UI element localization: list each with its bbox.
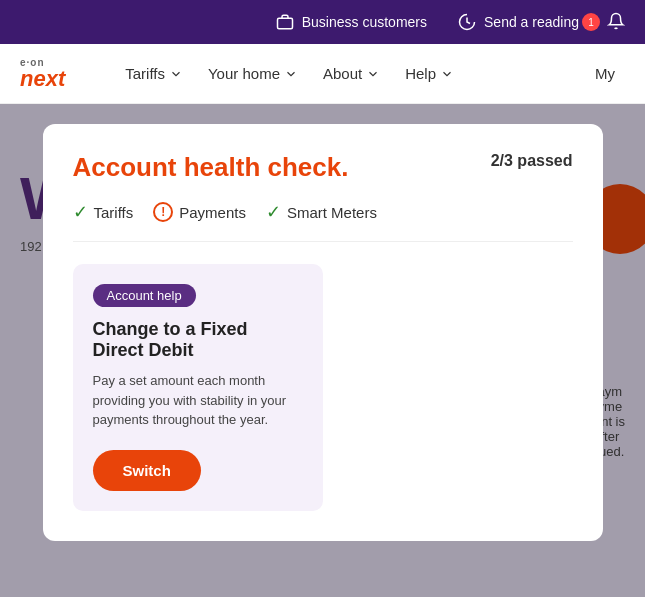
card-title: Change to a Fixed Direct Debit [93,319,303,361]
switch-button[interactable]: Switch [93,450,201,491]
check-tariffs-label: Tariffs [94,204,134,221]
meter-icon [457,12,477,32]
nav-my[interactable]: My [585,57,625,90]
your-home-label: Your home [208,65,280,82]
nav-tariffs[interactable]: Tariffs [115,57,193,90]
modal-card: Account help Change to a Fixed Direct De… [73,264,323,511]
tariffs-check-icon: ✓ [73,201,88,223]
logo-next-text: next [20,68,65,90]
help-label: Help [405,65,436,82]
business-customers-link[interactable]: Business customers [275,12,427,32]
svg-rect-0 [277,18,292,29]
card-badge: Account help [93,284,196,307]
nav-about[interactable]: About [313,57,390,90]
check-payments: ! Payments [153,202,246,222]
modal-title: Account health check. [73,152,349,183]
send-reading-label: Send a reading [484,14,579,30]
about-label: About [323,65,362,82]
help-chevron-icon [440,67,454,81]
nav-items: Tariffs Your home About Help My [115,57,625,90]
notification-icon [607,12,625,33]
logo[interactable]: e·on next [20,57,65,90]
business-customers-label: Business customers [302,14,427,30]
modal-header: Account health check. 2/3 passed [73,152,573,183]
top-bar: Business customers Send a reading 1 [0,0,645,44]
card-description: Pay a set amount each month providing yo… [93,371,303,430]
check-tariffs: ✓ Tariffs [73,201,134,223]
nav-help[interactable]: Help [395,57,464,90]
nav-bar: e·on next Tariffs Your home About Help M… [0,44,645,104]
notification-badge: 1 [582,13,600,31]
nav-your-home[interactable]: Your home [198,57,308,90]
check-payments-label: Payments [179,204,246,221]
modal: Account health check. 2/3 passed ✓ Tarif… [43,124,603,541]
modal-overlay: Account health check. 2/3 passed ✓ Tarif… [0,104,645,597]
bg-content: We 192 G... t paym payme ment is s after… [0,104,645,597]
tariffs-label: Tariffs [125,65,165,82]
modal-score: 2/3 passed [491,152,573,170]
smart-meters-check-icon: ✓ [266,201,281,223]
check-smart-meters: ✓ Smart Meters [266,201,377,223]
about-chevron-icon [366,67,380,81]
check-smart-meters-label: Smart Meters [287,204,377,221]
payments-warn-icon: ! [153,202,173,222]
briefcase-icon [275,12,295,32]
tariffs-chevron-icon [169,67,183,81]
modal-checks: ✓ Tariffs ! Payments ✓ Smart Meters [73,201,573,242]
your-home-chevron-icon [284,67,298,81]
send-reading-link[interactable]: Send a reading 1 [457,12,625,33]
my-label: My [595,65,615,82]
